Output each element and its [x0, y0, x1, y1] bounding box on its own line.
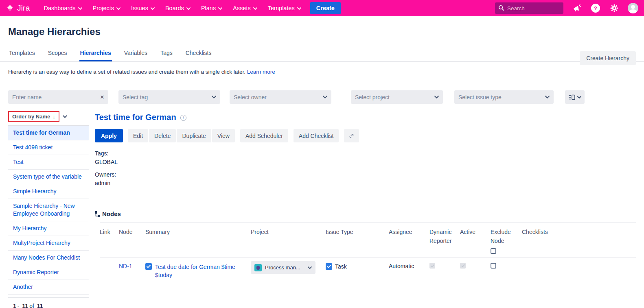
node-key-link[interactable]: ND-1 — [119, 263, 132, 269]
nav-menu-item-boards[interactable]: Boards — [165, 5, 191, 11]
global-search — [495, 2, 563, 14]
jira-logo[interactable]: Jira — [6, 4, 30, 13]
node-summary-link[interactable]: Test due date for German $time $today — [155, 263, 239, 279]
owner-filter-select[interactable]: Select owner — [230, 90, 331, 104]
cell-link — [100, 263, 119, 279]
gear-icon — [610, 4, 618, 12]
search-input[interactable] — [495, 2, 563, 14]
cell-node: ND-1 — [119, 263, 145, 279]
nav-menu-item-templates[interactable]: Templates — [268, 5, 301, 11]
tab-variables[interactable]: Variables — [123, 47, 148, 61]
order-options-chevron[interactable] — [63, 115, 67, 118]
avatar-head — [631, 5, 635, 9]
project-select[interactable]: Process man... — [251, 261, 315, 274]
chevron-down-icon — [323, 96, 327, 98]
nav-menu-item-assets[interactable]: Assets — [233, 5, 257, 11]
question-mark-icon: ? — [591, 4, 600, 13]
cell-issue-type: Task — [326, 263, 389, 279]
hierarchy-list-item[interactable]: My Hierarchy — [8, 221, 89, 236]
chevron-down-icon — [78, 7, 82, 10]
chevron-down-icon — [253, 7, 257, 10]
tab-checklists[interactable]: Checklists — [185, 47, 212, 61]
hierarchy-list: Test time for GermanTest 4098 ticketTest… — [8, 126, 89, 295]
col-exclude-node: Exclude Node — [491, 227, 522, 254]
tab-tags[interactable]: Tags — [160, 47, 173, 61]
announcements-button[interactable] — [572, 3, 582, 13]
hierarchy-list-item[interactable]: Dynamic Reporter — [8, 265, 89, 280]
link-chain-icon — [349, 133, 354, 139]
chevron-down-icon — [151, 7, 155, 10]
add-scheduler-button[interactable]: Add Scheduler — [240, 129, 288, 142]
chevron-down-icon — [212, 96, 216, 98]
user-avatar[interactable] — [628, 3, 638, 13]
hierarchy-list-item[interactable]: Another — [8, 280, 89, 295]
chevron-down-icon — [577, 96, 581, 98]
cell-assignee: Automatic — [389, 263, 429, 279]
cell-checklists — [522, 263, 636, 279]
hierarchy-list-item[interactable]: System type of the variable — [8, 170, 89, 184]
nav-menu-item-dashboards[interactable]: Dashboards — [44, 5, 82, 11]
delete-button[interactable]: Delete — [149, 129, 176, 142]
hierarchy-sidebar: Order by Name ↓ Test time for GermanTest… — [8, 109, 89, 308]
apply-button[interactable]: Apply — [95, 129, 123, 142]
owners-value: admin — [95, 179, 636, 188]
main-content: Order by Name ↓ Test time for GermanTest… — [0, 109, 644, 308]
hierarchy-list-item[interactable]: Sample Hierarchy - New Employee Onboardi… — [8, 199, 89, 221]
issue-type-filter-select[interactable]: Select issue type — [454, 90, 554, 104]
hierarchy-list-item[interactable]: Test time for German — [8, 126, 89, 140]
edit-button[interactable]: Edit — [128, 129, 148, 142]
create-button[interactable]: Create — [310, 2, 341, 14]
col-dynamic-reporter: Dynamic Reporter — [429, 227, 460, 254]
chevron-down-icon — [186, 7, 191, 10]
order-by-name-button[interactable]: Order by Name ↓ — [8, 111, 59, 122]
columns-config-button[interactable] — [565, 90, 585, 104]
exclude-all-checkbox[interactable] — [491, 248, 496, 254]
create-hierarchy-button[interactable]: Create Hierarchy — [580, 51, 636, 65]
nav-menu-item-projects[interactable]: Projects — [93, 5, 120, 11]
jira-logo-text: Jira — [17, 4, 30, 13]
copy-link-button[interactable] — [344, 129, 359, 142]
tag-filter-select[interactable]: Select tag — [118, 90, 220, 104]
tags-value: GLOBAL — [95, 158, 636, 166]
hierarchy-list-item[interactable]: Test — [8, 155, 89, 170]
cell-active — [460, 263, 491, 279]
tab-scopes[interactable]: Scopes — [47, 47, 68, 61]
tab-hierarchies[interactable]: Hierarchies — [79, 47, 112, 61]
hierarchy-meta: Tags: GLOBAL Owners: admin — [95, 149, 636, 188]
action-buttons: Apply Edit Delete Duplicate View Add Sch… — [95, 129, 636, 142]
sort-descending-arrow: ↓ — [53, 114, 55, 120]
dynamic-reporter-checkbox — [429, 263, 435, 269]
chevron-down-icon — [63, 115, 67, 118]
name-filter: × — [8, 90, 108, 104]
tab-templates[interactable]: Templates — [8, 47, 36, 61]
description-bar: Hierarchy is an easy way to define a set… — [0, 62, 644, 82]
add-checklist-button[interactable]: Add Checklist — [294, 129, 339, 142]
node-row: ND-1 Test due date for German $time $tod… — [100, 257, 636, 285]
view-button[interactable]: View — [212, 129, 235, 142]
tab-bar: Templates Scopes Hierarchies Variables T… — [0, 47, 644, 62]
filter-bar: × Select tag Select owner Select project… — [0, 82, 644, 109]
nodes-table: Link Node Summary Project Issue Type Ass… — [95, 222, 636, 285]
active-checkbox — [460, 263, 466, 269]
nodes-table-header: Link Node Summary Project Issue Type Ass… — [100, 222, 636, 257]
owners-label: Owners: — [95, 170, 636, 179]
name-filter-input[interactable] — [12, 94, 90, 100]
col-node: Node — [119, 227, 145, 254]
nav-menu-item-plans[interactable]: Plans — [201, 5, 222, 11]
hierarchy-list-item[interactable]: Simple Hierarchy — [8, 184, 89, 199]
exclude-node-checkbox[interactable] — [491, 263, 496, 269]
hierarchy-list-item[interactable]: MultyProject Hierarchy — [8, 236, 89, 251]
page-header: Manage Hierarchies Create Hierarchy Temp… — [0, 16, 644, 62]
duplicate-button[interactable]: Duplicate — [177, 129, 211, 142]
hierarchy-list-item[interactable]: Many Nodes For Checklist — [8, 251, 89, 265]
col-project: Project — [251, 227, 326, 254]
settings-button[interactable] — [609, 3, 620, 13]
clear-name-icon[interactable]: × — [100, 94, 104, 100]
learn-more-link[interactable]: Learn more — [247, 69, 275, 75]
chevron-down-icon — [116, 7, 120, 10]
help-button[interactable]: ? — [590, 3, 601, 13]
project-filter-select[interactable]: Select project — [351, 90, 443, 104]
info-icon[interactable]: i — [180, 115, 186, 121]
nav-menu-item-issues[interactable]: Issues — [131, 5, 155, 11]
hierarchy-list-item[interactable]: Test 4098 ticket — [8, 140, 89, 155]
